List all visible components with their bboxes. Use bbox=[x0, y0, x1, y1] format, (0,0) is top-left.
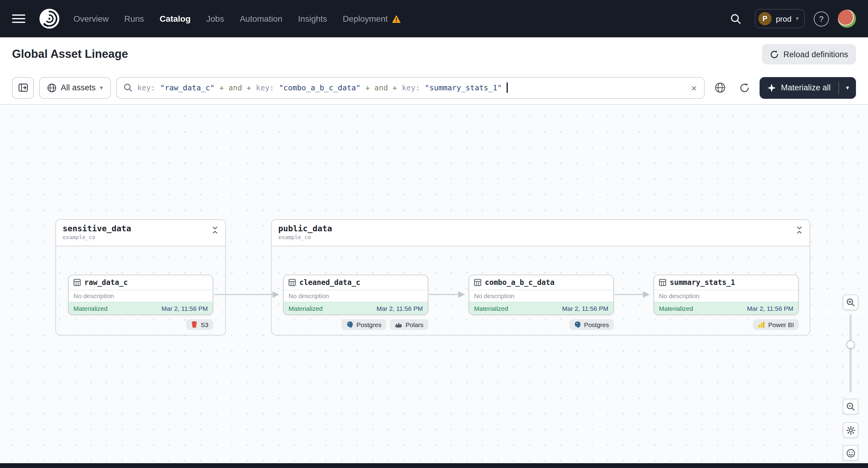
query-key: key: bbox=[402, 83, 420, 92]
asset-scope-dropdown[interactable]: All assets ▾ bbox=[39, 77, 111, 98]
help-icon[interactable]: ? bbox=[814, 11, 829, 26]
group-location: example_co bbox=[278, 234, 332, 240]
query-operator: + and + bbox=[219, 83, 251, 92]
page-title: Global Asset Lineage bbox=[12, 48, 128, 61]
asset-scope-label: All assets bbox=[61, 83, 96, 92]
globe-icon bbox=[47, 83, 57, 92]
asset-node-summary-stats-1: summary_stats_1 No description Materiali… bbox=[654, 275, 799, 330]
tag-label: Postgres bbox=[584, 321, 609, 328]
sparkle-icon bbox=[768, 84, 776, 92]
materialization-timestamp[interactable]: Mar 2, 11:56 PM bbox=[562, 305, 609, 312]
app-window: Overview Runs Catalog Jobs Automation In… bbox=[0, 0, 868, 468]
asset-tags: S3 bbox=[68, 319, 213, 330]
materialization-timestamp[interactable]: Mar 2, 11:56 PM bbox=[747, 305, 793, 312]
status-badge: Materialized bbox=[288, 305, 322, 312]
zoom-out-button[interactable] bbox=[843, 399, 858, 414]
tag-label: Polars bbox=[405, 321, 424, 328]
asset-card[interactable]: cleaned_data_c No description Materializ… bbox=[283, 275, 428, 315]
dagster-logo-icon[interactable] bbox=[38, 8, 60, 30]
query-value: "summary_stats_1" bbox=[425, 83, 502, 92]
menu-icon[interactable] bbox=[12, 14, 25, 23]
group-header[interactable]: public_data example_co bbox=[272, 220, 810, 246]
top-nav: Overview Runs Catalog Jobs Automation In… bbox=[0, 0, 868, 37]
asset-name: cleaned_data_c bbox=[299, 278, 360, 287]
nav-item-insights[interactable]: Insights bbox=[298, 14, 328, 24]
materialization-timestamp[interactable]: Mar 2, 11:56 PM bbox=[376, 305, 423, 312]
materialization-timestamp[interactable]: Mar 2, 11:56 PM bbox=[161, 305, 208, 312]
chevron-down-icon: ▾ bbox=[846, 85, 849, 91]
deployment-switcher[interactable]: P prod ▾ bbox=[755, 9, 805, 28]
refresh-button[interactable] bbox=[735, 78, 754, 97]
tag-s3[interactable]: S3 bbox=[186, 319, 213, 330]
status-badge: Materialized bbox=[73, 305, 107, 312]
table-icon bbox=[288, 279, 296, 286]
search-icon bbox=[123, 83, 132, 92]
bottom-bar bbox=[0, 463, 868, 468]
materialize-all-split-button: Materialize all ▾ bbox=[760, 77, 856, 98]
group-header[interactable]: sensitive_data example_co bbox=[56, 220, 225, 246]
group-title: sensitive_data bbox=[63, 223, 131, 233]
reload-definitions-button[interactable]: Reload definitions bbox=[762, 44, 856, 64]
asset-card[interactable]: summary_stats_1 No description Materiali… bbox=[654, 275, 799, 315]
asset-node-combo-a-b-c-data: combo_a_b_c_data No description Material… bbox=[469, 275, 614, 330]
nav-item-deployment-label: Deployment bbox=[343, 14, 388, 24]
asset-node-cleaned-data-c: cleaned_data_c No description Materializ… bbox=[283, 275, 428, 330]
asset-card[interactable]: combo_a_b_c_data No description Material… bbox=[469, 275, 614, 315]
query-key: key: bbox=[137, 83, 155, 92]
asset-tags: Postgres Polars bbox=[283, 319, 428, 330]
tag-label: Postgres bbox=[356, 321, 381, 328]
table-icon bbox=[659, 279, 666, 286]
zoom-slider-thumb[interactable] bbox=[846, 340, 855, 349]
asset-name: combo_a_b_c_data bbox=[485, 278, 555, 287]
graph-view-globe-button[interactable] bbox=[711, 78, 730, 97]
asset-description: No description bbox=[469, 290, 613, 302]
group-location: example_co bbox=[63, 234, 131, 240]
asset-card[interactable]: raw_data_c No description Materialized M… bbox=[68, 275, 213, 315]
nav-item-deployment[interactable]: Deployment bbox=[343, 14, 401, 24]
group-title: public_data bbox=[278, 223, 332, 233]
nav-item-overview[interactable]: Overview bbox=[73, 14, 109, 24]
lineage-toolbar: All assets ▾ key:"raw_data_c"+ and +key:… bbox=[0, 71, 868, 105]
open-left-panel-button[interactable] bbox=[12, 77, 34, 98]
clear-query-icon[interactable]: ✕ bbox=[690, 82, 698, 93]
nav-right-cluster: P prod ▾ ? bbox=[726, 9, 856, 28]
asset-selection-input[interactable]: key:"raw_data_c"+ and +key:"combo_a_b_c_… bbox=[116, 77, 705, 98]
tag-power-bi[interactable]: Power BI bbox=[753, 319, 799, 330]
tag-label: S3 bbox=[200, 321, 209, 328]
user-avatar[interactable] bbox=[838, 10, 856, 28]
search-icon[interactable] bbox=[726, 9, 746, 28]
asset-description: No description bbox=[284, 290, 428, 302]
nav-item-automation[interactable]: Automation bbox=[240, 14, 282, 24]
asset-tags: Power BI bbox=[654, 319, 799, 330]
tag-label: Power BI bbox=[768, 321, 794, 328]
feedback-button[interactable] bbox=[843, 445, 858, 461]
collapse-group-icon[interactable] bbox=[211, 226, 219, 234]
prod-avatar: P bbox=[758, 12, 772, 25]
warning-icon bbox=[392, 14, 401, 23]
materialize-all-button[interactable]: Materialize all bbox=[760, 77, 838, 98]
lineage-canvas[interactable]: sensitive_data example_co public_data ex… bbox=[0, 105, 868, 463]
asset-status-row: Materialized Mar 2, 11:56 PM bbox=[469, 302, 613, 314]
asset-name: summary_stats_1 bbox=[670, 278, 735, 287]
postgres-icon bbox=[346, 321, 353, 328]
polars-icon bbox=[395, 321, 402, 328]
nav-item-catalog[interactable]: Catalog bbox=[160, 14, 191, 24]
materialize-options-button[interactable]: ▾ bbox=[839, 77, 856, 98]
materialize-all-label: Materialize all bbox=[781, 83, 831, 92]
tag-postgres[interactable]: Postgres bbox=[342, 319, 386, 330]
zoom-slider[interactable] bbox=[849, 314, 852, 393]
reload-icon bbox=[770, 50, 779, 59]
graph-settings-button[interactable] bbox=[843, 422, 858, 438]
asset-status-row: Materialized Mar 2, 11:56 PM bbox=[654, 302, 798, 314]
zoom-in-button[interactable] bbox=[843, 294, 858, 310]
asset-tags: Postgres bbox=[469, 319, 614, 330]
collapse-group-icon[interactable] bbox=[796, 226, 803, 234]
tag-polars[interactable]: Polars bbox=[390, 319, 428, 330]
query-value: "raw_data_c" bbox=[160, 83, 215, 92]
asset-description: No description bbox=[69, 290, 213, 302]
nav-item-jobs[interactable]: Jobs bbox=[206, 14, 224, 24]
nav-item-runs[interactable]: Runs bbox=[124, 14, 144, 24]
asset-name: raw_data_c bbox=[84, 278, 128, 287]
postgres-icon bbox=[574, 321, 581, 328]
tag-postgres[interactable]: Postgres bbox=[569, 319, 614, 330]
